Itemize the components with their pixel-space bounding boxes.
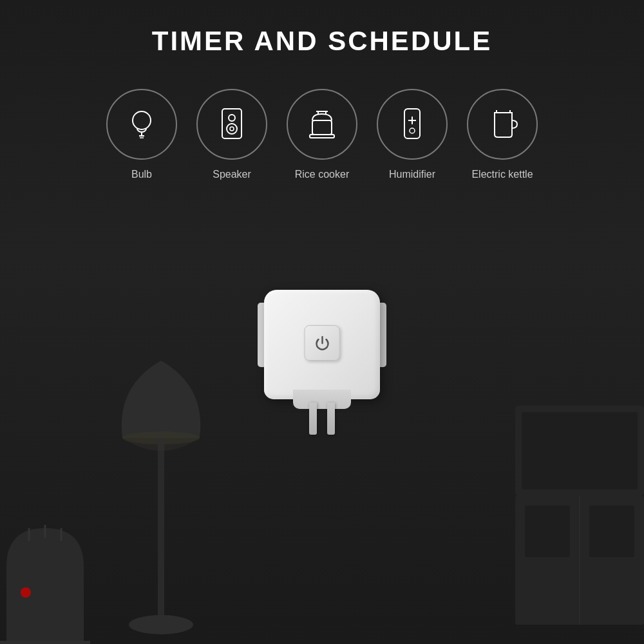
rice-cooker-icon [305, 106, 340, 142]
scene-container [0, 270, 644, 644]
speaker-icon [216, 106, 248, 142]
bulb-icon [126, 106, 158, 142]
humidifier-icon-circle [377, 89, 448, 160]
rice-cooker-label: Rice cooker [295, 169, 349, 180]
svg-point-5 [229, 115, 235, 121]
svg-rect-22 [158, 438, 164, 618]
plug-prong-left [309, 402, 317, 435]
icon-item-electric-kettle: Electric kettle [467, 89, 538, 180]
electric-kettle-icon-circle [467, 89, 538, 160]
humidifier-icon [399, 106, 425, 142]
svg-rect-29 [589, 506, 634, 557]
icon-item-rice-cooker: Rice cooker [287, 89, 357, 180]
svg-rect-25 [522, 412, 638, 489]
svg-point-20 [21, 587, 31, 598]
electric-kettle-label: Electric kettle [471, 169, 533, 180]
svg-point-7 [230, 127, 234, 131]
plug-prong-base [293, 390, 351, 409]
page-title: TIMER AND SCHEDULE [0, 26, 644, 57]
svg-point-0 [133, 111, 151, 129]
smart-plug [258, 290, 386, 438]
speaker-label: Speaker [213, 169, 251, 180]
svg-point-23 [129, 615, 193, 634]
plug-body [264, 290, 380, 399]
plug-power-button[interactable] [305, 325, 340, 361]
svg-rect-28 [525, 506, 570, 557]
icons-row: Bulb Speaker [0, 76, 644, 193]
svg-point-16 [410, 128, 415, 133]
icon-item-humidifier: Humidifier [377, 89, 448, 180]
bulb-label: Bulb [131, 169, 152, 180]
bulb-icon-circle [106, 89, 177, 160]
main-container: TIMER AND SCHEDULE Bulb [0, 0, 644, 644]
tv-silhouette [509, 354, 644, 644]
humidifier-label: Humidifier [389, 169, 435, 180]
svg-rect-8 [312, 120, 332, 135]
icon-item-bulb: Bulb [106, 89, 177, 180]
icon-item-speaker: Speaker [196, 89, 267, 180]
lamp-silhouette [90, 309, 232, 644]
rice-cooker-silhouette [0, 451, 97, 644]
power-icon [312, 334, 332, 353]
rice-cooker-icon-circle [287, 89, 357, 160]
title-section: TIMER AND SCHEDULE [0, 0, 644, 76]
smart-plug-container [258, 290, 386, 438]
electric-kettle-icon [485, 106, 520, 142]
plug-prong-right [327, 402, 335, 435]
svg-point-6 [227, 124, 237, 134]
speaker-icon-circle [196, 89, 267, 160]
svg-rect-9 [310, 135, 334, 138]
